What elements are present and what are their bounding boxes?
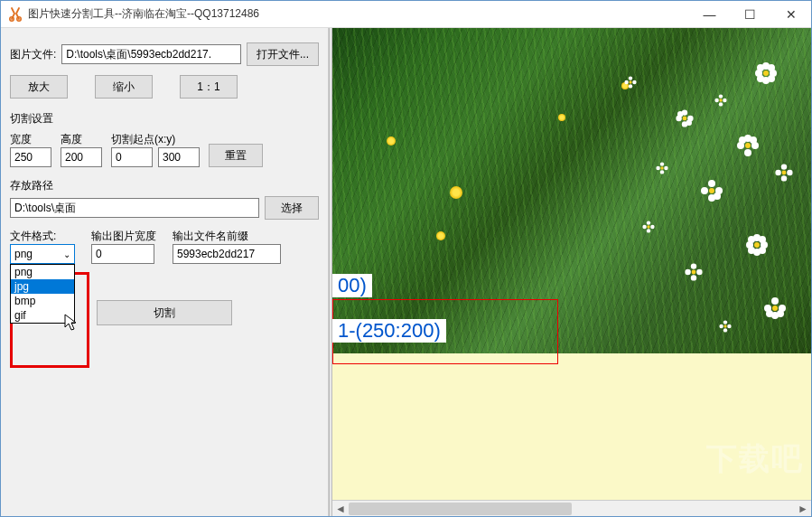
format-select[interactable]: png ⌄ png jpg bmp gif (10, 244, 75, 264)
format-label: 文件格式: (10, 229, 75, 244)
file-path-input[interactable] (61, 44, 241, 64)
choose-path-button[interactable]: 选择 (265, 196, 319, 220)
app-window: 图片快速分割工具--济南临在淘宝--QQ13712486 — ☐ ✕ 图片文件:… (0, 0, 812, 517)
out-width-input[interactable] (91, 244, 154, 264)
zoom-reset-button[interactable]: 1：1 (180, 75, 238, 99)
format-option-jpg[interactable]: jpg (11, 279, 74, 294)
cut-group-label: 切割设置 (10, 111, 319, 127)
reset-button[interactable]: 重置 (209, 144, 263, 167)
zoom-out-button[interactable]: 缩小 (95, 75, 153, 99)
crop-label-0: 00) (332, 274, 372, 297)
prefix-input[interactable] (173, 244, 281, 264)
window-title: 图片快速分割工具--济南临在淘宝--QQ13712486 (28, 6, 689, 22)
crop-label-1: 1-(250:200) (332, 319, 446, 343)
height-label: 高度 (61, 132, 102, 147)
width-label: 宽度 (10, 132, 51, 147)
out-width-label: 输出图片宽度 (91, 229, 156, 244)
scroll-left-icon[interactable]: ◄ (332, 502, 349, 516)
file-label: 图片文件: (10, 47, 56, 62)
format-option-bmp[interactable]: bmp (11, 294, 74, 308)
minimize-button[interactable]: — (689, 1, 730, 27)
start-x-input[interactable] (111, 147, 153, 167)
scroll-track[interactable] (349, 502, 795, 516)
scroll-right-icon[interactable]: ► (795, 502, 811, 516)
format-selected-value: png (14, 248, 33, 260)
save-path-input[interactable] (10, 198, 259, 218)
prefix-label: 输出文件名前缀 (173, 229, 281, 244)
titlebar: 图片快速分割工具--济南临在淘宝--QQ13712486 — ☐ ✕ (1, 1, 811, 28)
left-panel: 图片文件: 打开文件... 放大 缩小 1：1 切割设置 宽度 高度 (1, 28, 329, 516)
cursor-icon (64, 314, 79, 332)
maximize-button[interactable]: ☐ (730, 1, 770, 27)
width-input[interactable] (10, 147, 51, 167)
close-button[interactable]: ✕ (770, 1, 811, 27)
zoom-in-button[interactable]: 放大 (10, 75, 68, 99)
app-icon (8, 7, 23, 22)
window-controls: — ☐ ✕ (689, 1, 811, 27)
cut-button[interactable]: 切割 (97, 300, 232, 325)
client-area: 图片文件: 打开文件... 放大 缩小 1：1 切割设置 宽度 高度 (1, 28, 811, 516)
start-label: 切割起点(x:y) (111, 132, 200, 147)
horizontal-scrollbar[interactable]: ◄ ► (332, 500, 811, 516)
preview-pane: 00) 1-(250:200) 下载吧 ◄ ► (332, 28, 811, 516)
start-y-input[interactable] (158, 147, 200, 167)
chevron-down-icon: ⌄ (63, 249, 70, 259)
image-canvas[interactable]: 00) 1-(250:200) 下载吧 (332, 28, 811, 500)
image-empty-area (332, 353, 811, 500)
save-path-label: 存放路径 (10, 178, 319, 193)
height-input[interactable] (61, 147, 102, 167)
open-file-button[interactable]: 打开文件... (247, 42, 319, 66)
scroll-thumb[interactable] (349, 503, 572, 515)
format-option-png[interactable]: png (11, 265, 74, 279)
